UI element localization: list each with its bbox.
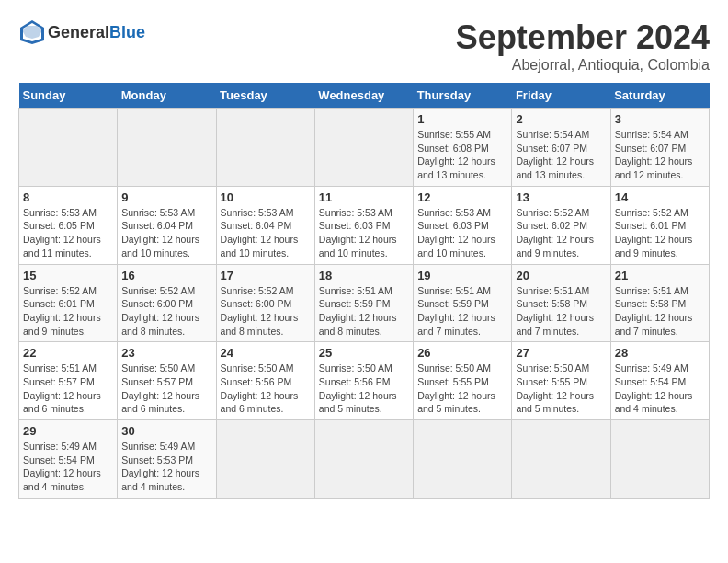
day-number: 19 [417, 269, 507, 282]
calendar-cell-w4d1: 22 Sunrise: 5:51 AM Sunset: 5:57 PM Dayl… [19, 342, 118, 420]
calendar-cell-w4d3: 24 Sunrise: 5:50 AM Sunset: 5:56 PM Dayl… [216, 342, 314, 420]
calendar-cell-w1d3 [216, 109, 314, 187]
calendar-cell-w4d6: 27 Sunrise: 5:50 AM Sunset: 5:55 PM Dayl… [512, 342, 610, 420]
calendar-cell-w4d5: 26 Sunrise: 5:50 AM Sunset: 5:55 PM Dayl… [414, 342, 512, 420]
week-row-1: 1 Sunrise: 5:55 AM Sunset: 6:08 PM Dayli… [19, 109, 710, 187]
calendar-cell-w2d5: 12 Sunrise: 5:53 AM Sunset: 6:03 PM Dayl… [414, 186, 512, 264]
day-info: Sunrise: 5:49 AM Sunset: 5:54 PM Dayligh… [615, 362, 705, 416]
col-header-saturday: Saturday [610, 83, 709, 109]
logo-general-text: General [48, 23, 109, 41]
location-title: Abejorral, Antioquia, Colombia [456, 57, 710, 74]
day-number: 27 [516, 346, 606, 360]
day-info: Sunrise: 5:49 AM Sunset: 5:54 PM Dayligh… [23, 440, 113, 494]
day-number: 21 [615, 269, 705, 282]
calendar-cell-w4d7: 28 Sunrise: 5:49 AM Sunset: 5:54 PM Dayl… [610, 342, 709, 420]
calendar-cell-w4d2: 23 Sunrise: 5:50 AM Sunset: 5:57 PM Dayl… [118, 342, 216, 420]
day-number: 1 [417, 112, 507, 126]
day-info: Sunrise: 5:54 AM Sunset: 6:07 PM Dayligh… [615, 128, 705, 182]
day-info: Sunrise: 5:51 AM Sunset: 5:58 PM Dayligh… [516, 284, 606, 339]
day-info: Sunrise: 5:53 AM Sunset: 6:05 PM Dayligh… [23, 206, 113, 260]
day-number: 12 [417, 190, 507, 204]
calendar-header-row: SundayMondayTuesdayWednesdayThursdayFrid… [19, 83, 710, 109]
col-header-monday: Monday [118, 83, 216, 109]
day-info: Sunrise: 5:51 AM Sunset: 5:59 PM Dayligh… [319, 284, 409, 339]
day-info: Sunrise: 5:54 AM Sunset: 6:07 PM Dayligh… [516, 128, 606, 182]
day-number: 11 [319, 190, 409, 204]
day-number: 14 [615, 190, 705, 204]
calendar-cell-w2d6: 13 Sunrise: 5:52 AM Sunset: 6:02 PM Dayl… [512, 186, 610, 264]
day-info: Sunrise: 5:52 AM Sunset: 6:00 PM Dayligh… [221, 284, 311, 339]
calendar-cell-w4d4: 25 Sunrise: 5:50 AM Sunset: 5:56 PM Dayl… [314, 342, 413, 420]
day-info: Sunrise: 5:51 AM Sunset: 5:59 PM Dayligh… [417, 284, 507, 339]
calendar-cell-w3d6: 20 Sunrise: 5:51 AM Sunset: 5:58 PM Dayl… [512, 264, 610, 342]
month-year-title: September 2024 [456, 18, 710, 57]
calendar-cell-w3d4: 18 Sunrise: 5:51 AM Sunset: 5:59 PM Dayl… [314, 264, 413, 342]
page-header: GeneralBlue September 2024 Abejorral, An… [18, 18, 710, 74]
calendar-cell-w1d6: 2 Sunrise: 5:54 AM Sunset: 6:07 PM Dayli… [512, 109, 610, 187]
calendar-cell-w2d3: 10 Sunrise: 5:53 AM Sunset: 6:04 PM Dayl… [216, 186, 314, 264]
day-info: Sunrise: 5:52 AM Sunset: 6:00 PM Dayligh… [121, 284, 211, 339]
day-number: 8 [23, 190, 113, 204]
day-info: Sunrise: 5:50 AM Sunset: 5:55 PM Dayligh… [516, 362, 606, 416]
col-header-sunday: Sunday [19, 83, 118, 109]
day-number: 22 [23, 346, 113, 360]
day-info: Sunrise: 5:51 AM Sunset: 5:57 PM Dayligh… [23, 362, 113, 416]
logo: GeneralBlue [18, 18, 145, 46]
day-info: Sunrise: 5:53 AM Sunset: 6:04 PM Dayligh… [121, 206, 211, 260]
week-row-3: 15 Sunrise: 5:52 AM Sunset: 6:01 PM Dayl… [19, 264, 710, 342]
day-info: Sunrise: 5:49 AM Sunset: 5:53 PM Dayligh… [121, 440, 211, 494]
calendar-cell-w2d4: 11 Sunrise: 5:53 AM Sunset: 6:03 PM Dayl… [314, 186, 413, 264]
calendar-table: SundayMondayTuesdayWednesdayThursdayFrid… [18, 83, 710, 499]
day-number: 3 [615, 112, 705, 126]
day-number: 20 [516, 269, 606, 282]
week-row-2: 8 Sunrise: 5:53 AM Sunset: 6:05 PM Dayli… [19, 186, 710, 264]
day-number: 10 [221, 190, 311, 204]
day-number: 24 [221, 346, 311, 360]
day-number: 9 [121, 190, 211, 204]
calendar-cell-w5d6 [512, 420, 610, 499]
calendar-cell-w1d1 [19, 109, 118, 187]
calendar-cell-w1d4 [314, 109, 413, 187]
calendar-cell-w5d4 [314, 420, 413, 499]
day-info: Sunrise: 5:52 AM Sunset: 6:02 PM Dayligh… [516, 206, 606, 260]
calendar-cell-w5d1: 29 Sunrise: 5:49 AM Sunset: 5:54 PM Dayl… [19, 420, 118, 499]
calendar-cell-w3d3: 17 Sunrise: 5:52 AM Sunset: 6:00 PM Dayl… [216, 264, 314, 342]
calendar-cell-w2d7: 14 Sunrise: 5:52 AM Sunset: 6:01 PM Dayl… [610, 186, 709, 264]
day-number: 18 [319, 269, 409, 282]
calendar-cell-w5d2: 30 Sunrise: 5:49 AM Sunset: 5:53 PM Dayl… [118, 420, 216, 499]
calendar-cell-w3d7: 21 Sunrise: 5:51 AM Sunset: 5:58 PM Dayl… [610, 264, 709, 342]
day-info: Sunrise: 5:55 AM Sunset: 6:08 PM Dayligh… [417, 128, 507, 182]
day-number: 23 [121, 346, 211, 360]
calendar-cell-w3d1: 15 Sunrise: 5:52 AM Sunset: 6:01 PM Dayl… [19, 264, 118, 342]
calendar-cell-w5d7 [610, 420, 709, 499]
day-info: Sunrise: 5:51 AM Sunset: 5:58 PM Dayligh… [615, 284, 705, 339]
day-info: Sunrise: 5:50 AM Sunset: 5:56 PM Dayligh… [319, 362, 409, 416]
calendar-cell-w1d2 [118, 109, 216, 187]
day-number: 25 [319, 346, 409, 360]
day-info: Sunrise: 5:50 AM Sunset: 5:57 PM Dayligh… [121, 362, 211, 416]
day-number: 13 [516, 190, 606, 204]
day-number: 15 [23, 269, 113, 282]
calendar-cell-w5d5 [414, 420, 512, 499]
day-info: Sunrise: 5:52 AM Sunset: 6:01 PM Dayligh… [615, 206, 705, 260]
calendar-cell-w3d5: 19 Sunrise: 5:51 AM Sunset: 5:59 PM Dayl… [414, 264, 512, 342]
calendar-cell-w2d2: 9 Sunrise: 5:53 AM Sunset: 6:04 PM Dayli… [118, 186, 216, 264]
logo-icon [18, 18, 46, 46]
calendar-cell-w3d2: 16 Sunrise: 5:52 AM Sunset: 6:00 PM Dayl… [118, 264, 216, 342]
col-header-thursday: Thursday [414, 83, 512, 109]
day-info: Sunrise: 5:52 AM Sunset: 6:01 PM Dayligh… [23, 284, 113, 339]
calendar-cell-w1d5: 1 Sunrise: 5:55 AM Sunset: 6:08 PM Dayli… [414, 109, 512, 187]
day-number: 30 [121, 424, 211, 438]
logo-blue-text: Blue [109, 23, 145, 41]
day-info: Sunrise: 5:50 AM Sunset: 5:55 PM Dayligh… [417, 362, 507, 416]
day-number: 2 [516, 112, 606, 126]
col-header-friday: Friday [512, 83, 610, 109]
day-number: 16 [121, 269, 211, 282]
calendar-cell-w2d1: 8 Sunrise: 5:53 AM Sunset: 6:05 PM Dayli… [19, 186, 118, 264]
calendar-cell-w1d7: 3 Sunrise: 5:54 AM Sunset: 6:07 PM Dayli… [610, 109, 709, 187]
week-row-5: 29 Sunrise: 5:49 AM Sunset: 5:54 PM Dayl… [19, 420, 710, 499]
calendar-cell-w5d3 [216, 420, 314, 499]
day-number: 29 [23, 424, 113, 438]
day-info: Sunrise: 5:53 AM Sunset: 6:04 PM Dayligh… [221, 206, 311, 260]
day-number: 26 [417, 346, 507, 360]
